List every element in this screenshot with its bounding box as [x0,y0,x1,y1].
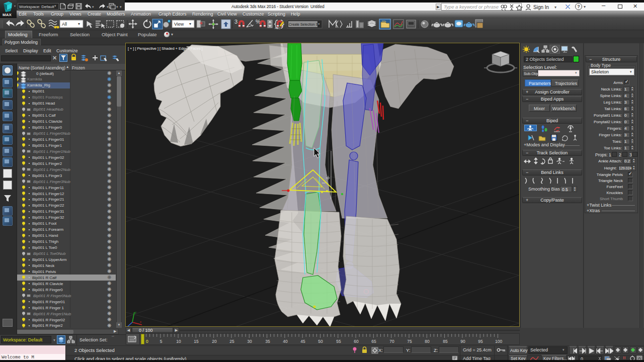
svg-text:Create Selection Se: Create Selection Se [289,23,320,26]
svg-text:▾: ▾ [116,5,118,9]
svg-text:3: 3 [234,19,237,25]
svg-text:▾: ▾ [107,5,109,9]
svg-text:Sign In: Sign In [533,5,549,10]
svg-text:View: View [174,22,184,27]
svg-text:x: x [140,320,141,323]
svg-text:All: All [62,22,67,27]
svg-text:y: y [135,311,136,314]
svg-text:▾: ▾ [78,22,80,26]
svg-text:MAX: MAX [3,13,12,17]
svg-text:▾: ▾ [120,5,122,9]
svg-text:▾: ▾ [14,5,16,8]
svg-text:[ + ] [ Perspective ] [ Shaded: [ + ] [ Perspective ] [ Shaded + Edged F… [128,46,203,51]
svg-text:▾: ▾ [554,5,556,10]
svg-text:▾: ▾ [318,22,320,26]
svg-text:▾: ▾ [92,5,94,9]
svg-text:▾: ▾ [189,22,191,26]
svg-text:ABC: ABC [275,27,280,30]
